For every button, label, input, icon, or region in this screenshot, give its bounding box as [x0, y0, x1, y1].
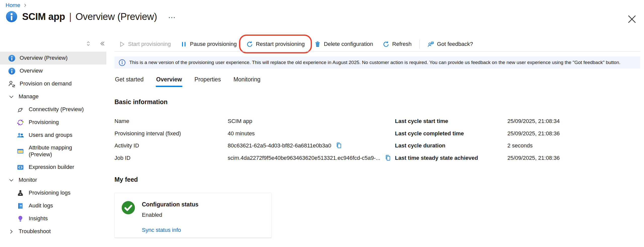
refresh-button[interactable]: Refresh [378, 38, 416, 50]
tab-bar: Get started Overview Properties Monitori… [114, 75, 261, 87]
sidebar-item-provisioning[interactable]: Provisioning [0, 116, 111, 129]
title-separator: | [69, 11, 72, 22]
breadcrumb: Home [6, 2, 27, 9]
delete-configuration-label: Delete configuration [324, 41, 373, 47]
sidebar-item-provision-on-demand[interactable]: Provision on demand [0, 77, 111, 90]
sidebar-item-label: Audit logs [29, 202, 53, 209]
card-title: Configuration status [142, 201, 198, 208]
field-value: 25/09/2025, 21:08:34 [507, 118, 560, 125]
success-check-icon [121, 201, 135, 215]
basic-information-heading: Basic information [114, 98, 168, 106]
field-label: Provisioning interval (fixed) [114, 130, 228, 137]
sidebar-item-label: Users and groups [29, 132, 72, 139]
sidebar-item-overview-preview[interactable]: Overview (Preview) [0, 52, 106, 65]
sidebar-group-manage[interactable]: Manage [0, 90, 111, 103]
feedback-icon [427, 41, 434, 48]
refresh-icon [383, 41, 389, 48]
refresh-label: Refresh [392, 41, 412, 47]
sidebar-item-provisioning-logs[interactable]: Provisioning logs [0, 187, 111, 199]
start-provisioning-label: Start provisioning [128, 41, 171, 47]
app-info-icon [6, 11, 18, 23]
delete-icon [314, 41, 321, 48]
info-icon [8, 67, 16, 75]
table-icon [17, 147, 24, 155]
sidebar-group-monitor[interactable]: Monitor [0, 174, 111, 187]
my-feed-heading: My feed [114, 176, 138, 183]
people-icon [17, 132, 24, 139]
azure-provisioning-overview-page: Home SCIM app|Overview (Preview) ⋯ Start… [0, 0, 644, 247]
tab-monitoring[interactable]: Monitoring [233, 75, 261, 87]
sync-circle-icon [17, 119, 24, 126]
sidebar-item-label: Insights [29, 215, 48, 222]
sidebar-item-label: Provisioning logs [29, 190, 70, 196]
tab-get-started[interactable]: Get started [114, 75, 144, 87]
got-feedback-button[interactable]: Got feedback? [423, 38, 478, 50]
pause-provisioning-button[interactable]: Pause provisioning [176, 38, 242, 50]
field-activity-id: Activity ID 80c63621-62a5-4d03-bf82-6a68… [114, 142, 391, 155]
breadcrumb-chevron-icon [23, 3, 27, 8]
close-icon[interactable] [627, 14, 637, 24]
sidebar-item-connectivity[interactable]: Connectivity (Preview) [0, 103, 111, 116]
breadcrumb-home-link[interactable]: Home [6, 2, 20, 9]
field-provisioning-interval: Provisioning interval (fixed) 40 minutes [114, 130, 391, 143]
field-label: Last cycle completed time [395, 130, 507, 137]
code-icon [17, 164, 24, 171]
basic-info-left-column: Name SCIM app Provisioning interval (fix… [114, 118, 391, 167]
book-icon [17, 202, 24, 210]
sidebar-item-insights[interactable]: Insights [0, 212, 111, 225]
sidebar-controls [83, 38, 108, 49]
sidebar-item-attribute-mapping[interactable]: Attribute mapping (Preview) [0, 142, 111, 161]
more-options-button[interactable]: ⋯ [168, 14, 176, 21]
chevron-right-icon [8, 228, 15, 235]
pause-provisioning-label: Pause provisioning [190, 41, 237, 47]
page-header: SCIM app|Overview (Preview) ⋯ [6, 11, 176, 23]
tab-overview[interactable]: Overview [156, 75, 182, 87]
page-title-text: Overview (Preview) [75, 11, 157, 22]
field-value: 40 minutes [228, 130, 255, 137]
person-sync-icon [8, 80, 16, 88]
restart-provisioning-annotated: Restart provisioning [242, 38, 309, 50]
basic-info-right-column: Last cycle start time 25/09/2025, 21:08:… [395, 118, 560, 167]
sidebar-group-label: Manage [19, 93, 39, 100]
start-provisioning-button[interactable]: Start provisioning [114, 38, 176, 50]
play-icon [118, 41, 125, 48]
status-value: Enabled [142, 212, 162, 218]
sidebar-item-expression-builder[interactable]: Expression builder [0, 161, 111, 174]
info-circle-icon [118, 59, 126, 66]
field-value: 2 seconds [507, 142, 533, 149]
sync-status-info-link[interactable]: Sync status info [142, 227, 181, 233]
configuration-status-card: Configuration status Enabled Sync status… [114, 193, 272, 238]
field-label: Job ID [114, 155, 228, 161]
copy-icon[interactable] [335, 142, 342, 149]
job-id-value: scim.4da2272f9f5e40be963463620e513321.ec… [228, 155, 380, 161]
sidebar-group-troubleshoot[interactable]: Troubleshoot [0, 225, 111, 238]
field-job-id: Job ID scim.4da2272f9f5e40be963463620e51… [114, 155, 391, 167]
tab-properties[interactable]: Properties [194, 75, 221, 87]
pause-icon [180, 41, 187, 48]
sidebar-item-label: Overview (Preview) [20, 55, 68, 61]
copy-icon[interactable] [384, 154, 391, 161]
sidebar-item-users-and-groups[interactable]: Users and groups [0, 129, 111, 142]
restart-provisioning-label: Restart provisioning [256, 41, 305, 47]
sidebar-item-label: Expression builder [29, 164, 74, 171]
page-title: SCIM app|Overview (Preview) [22, 11, 157, 22]
got-feedback-label: Got feedback? [437, 41, 473, 47]
field-name: Name SCIM app [114, 118, 391, 130]
resize-panel-icon[interactable] [83, 38, 94, 49]
field-value: SCIM app [228, 118, 252, 125]
field-label: Last cycle duration [395, 142, 507, 149]
sidebar-group-label: Troubleshoot [19, 228, 51, 235]
field-label: Name [114, 118, 228, 125]
restart-provisioning-button[interactable]: Restart provisioning [242, 38, 309, 50]
delete-configuration-button[interactable]: Delete configuration [309, 38, 378, 50]
sidebar-item-label: Provisioning [29, 119, 59, 126]
info-icon [8, 54, 16, 62]
sidebar-item-audit-logs[interactable]: Audit logs [0, 199, 111, 212]
sidebar-item-label: Overview [20, 68, 43, 74]
field-last-cycle-completed: Last cycle completed time 25/09/2025, 21… [395, 130, 560, 143]
field-label: Last time steady state achieved [395, 155, 507, 161]
collapse-sidebar-icon[interactable] [97, 38, 108, 49]
info-banner: This is a new version of the provisionin… [114, 56, 640, 69]
toolbar-separator [419, 40, 420, 49]
sidebar-item-overview[interactable]: Overview [0, 65, 111, 77]
